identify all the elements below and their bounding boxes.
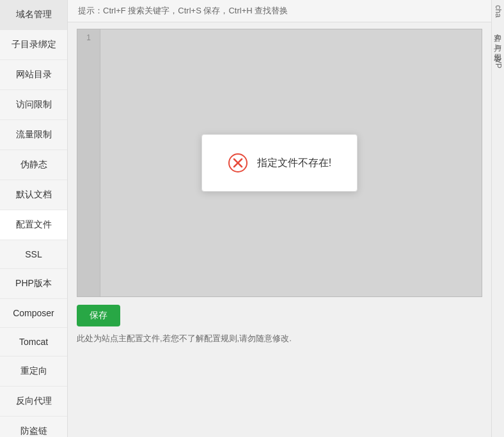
sidebar-item-proxy[interactable]: 反向代理 — [0, 387, 67, 417]
sidebar-item-tomcat[interactable]: Tomcat — [0, 328, 67, 356]
sidebar-item-access[interactable]: 访问限制 — [0, 90, 67, 120]
right-panel: cha 客户 与户 客用 VP — [491, 0, 504, 437]
sidebar-item-redirect[interactable]: 重定向 — [0, 356, 67, 387]
error-icon — [228, 153, 248, 173]
sidebar-item-subdir[interactable]: 子目录绑定 — [0, 30, 67, 60]
right-panel-text-1: cha — [492, 0, 504, 22]
sidebar-item-ssl[interactable]: SSL — [0, 240, 67, 269]
sidebar-item-default[interactable]: 默认文档 — [0, 180, 67, 210]
hint-bar: 提示：Ctrl+F 搜索关键字，Ctrl+S 保存，Ctrl+H 查找替换 — [68, 0, 491, 22]
hint-text: 提示：Ctrl+F 搜索关键字，Ctrl+S 保存，Ctrl+H 查找替换 — [78, 6, 288, 15]
sidebar-item-pseudo[interactable]: 伪静态 — [0, 150, 67, 180]
editor-area: 1 指定文件不存在! — [77, 29, 482, 297]
right-panel-text-3: 与户 — [492, 33, 504, 43]
sidebar-item-hotlink[interactable]: 防盗链 — [0, 417, 67, 437]
error-dialog: 指定文件不存在! — [201, 134, 358, 192]
right-panel-text-2: 客户 — [492, 22, 504, 33]
sidebar-item-domain[interactable]: 域名管理 — [0, 0, 67, 30]
sidebar-item-traffic[interactable]: 流量限制 — [0, 120, 67, 150]
sidebar-item-php[interactable]: PHP版本 — [0, 269, 67, 299]
main-content: 提示：Ctrl+F 搜索关键字，Ctrl+S 保存，Ctrl+H 查找替换 1 … — [68, 0, 491, 437]
right-panel-text-5: VP — [492, 53, 504, 73]
sidebar-item-composer[interactable]: Composer — [0, 299, 67, 328]
save-button[interactable]: 保存 — [77, 305, 120, 326]
dialog-overlay: 指定文件不存在! — [77, 29, 482, 296]
bottom-section: 保存 此处为站点主配置文件,若您不了解配置规则,请勿随意修改. — [68, 297, 491, 351]
sidebar-item-webdir[interactable]: 网站目录 — [0, 60, 67, 90]
sidebar-item-config[interactable]: 配置文件 — [0, 210, 67, 240]
bottom-note: 此处为站点主配置文件,若您不了解配置规则,请勿随意修改. — [77, 333, 482, 344]
sidebar: 域名管理 子目录绑定 网站目录 访问限制 流量限制 伪静态 默认文档 配置文件 … — [0, 0, 68, 437]
right-panel-text-4: 客用 — [492, 43, 504, 53]
dialog-message: 指定文件不存在! — [257, 157, 331, 170]
